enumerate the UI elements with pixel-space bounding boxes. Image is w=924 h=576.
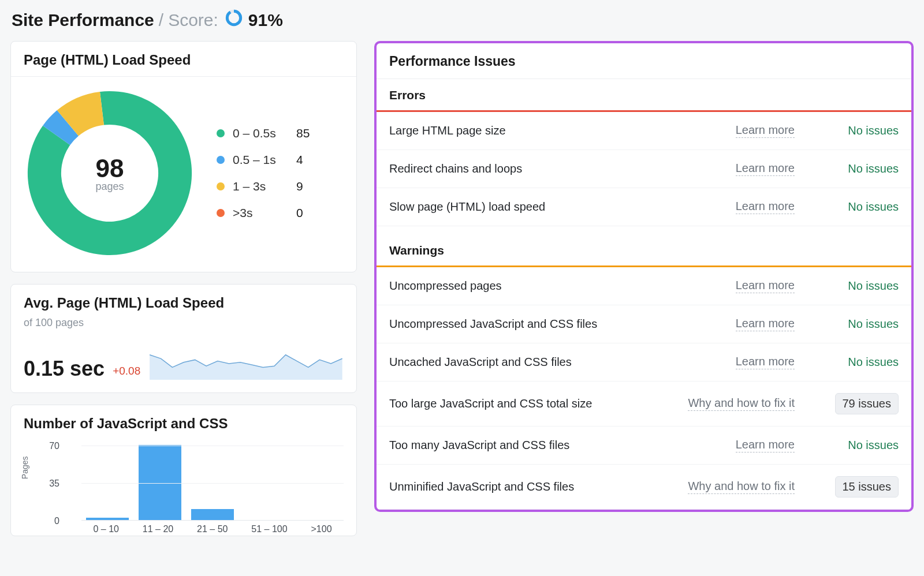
load-speed-title: Page (HTML) Load Speed [24,52,344,68]
avg-load-title: Avg. Page (HTML) Load Speed [24,295,344,311]
legend-row[interactable]: 0.5 – 1s4 [217,153,314,167]
avg-row: 0.15 sec +0.08 [24,347,344,381]
legend-value: 0 [296,206,314,220]
issue-name: Too many JavaScript and CSS files [389,439,736,452]
y-axis-label: Pages [20,456,29,479]
issue-name: Uncompressed JavaScript and CSS files [389,317,736,331]
legend-dot-icon [217,129,225,137]
y-tick: 70 [43,441,59,451]
legend-label: 0 – 0.5s [233,126,288,140]
donut-center: 98 pages [26,89,193,257]
learn-more-link[interactable]: Learn more [736,279,795,293]
load-speed-card: Page (HTML) Load Speed 98 pages 0 – 0.5s… [10,41,357,272]
issue-status-ok: No issues [818,200,899,214]
page-title: Site Performance [12,10,154,30]
svg-point-1 [227,11,240,24]
issue-count-badge[interactable]: 15 issues [835,476,899,498]
issue-row: Redirect chains and loopsLearn moreNo is… [377,150,911,188]
issue-count-badge[interactable]: 79 issues [835,393,899,414]
x-ticks: 0 – 1011 – 2021 – 5051 – 100>100 [81,521,344,536]
y-tick: 0 [43,516,59,526]
legend-row[interactable]: 1 – 3s9 [217,179,314,193]
warnings-list: Uncompressed pagesLearn moreNo issuesUnc… [377,267,911,510]
donut-wrap: 98 pages 0 – 0.5s850.5 – 1s41 – 3s9>3s0 [24,86,344,260]
js-css-card: Number of JavaScript and CSS Pages 70 35… [10,405,357,536]
learn-more-link[interactable]: Learn more [736,162,795,176]
y-tick: 35 [43,478,59,489]
x-tick: 21 – 50 [197,524,228,534]
x-tick: 0 – 10 [93,524,118,534]
learn-more-link[interactable]: Learn more [736,317,795,331]
legend-row[interactable]: >3s0 [217,206,314,220]
issue-row: Too large JavaScript and CSS total sizeW… [377,381,911,427]
learn-more-link[interactable]: Learn more [736,438,795,452]
score-value: 91% [248,10,283,30]
score-label: Score: [168,10,218,30]
learn-more-link[interactable]: Learn more [736,200,795,214]
x-tick: 11 – 20 [143,524,173,534]
x-tick: >100 [311,524,331,534]
learn-more-link[interactable]: Learn more [736,355,795,369]
avg-value: 0.15 sec [24,357,105,381]
main-layout: Page (HTML) Load Speed 98 pages 0 – 0.5s… [10,41,914,548]
legend-dot-icon [217,209,225,217]
donut-center-value: 98 [96,154,124,183]
donut-legend: 0 – 0.5s850.5 – 1s41 – 3s9>3s0 [217,126,314,220]
issue-row: Uncompressed JavaScript and CSS filesLea… [377,305,911,343]
issue-status-ok: No issues [818,162,899,175]
issue-status-ok: No issues [818,439,899,452]
avg-load-card: Avg. Page (HTML) Load Speed of 100 pages… [10,284,357,393]
issue-row: Uncached JavaScript and CSS filesLearn m… [377,343,911,381]
left-column: Page (HTML) Load Speed 98 pages 0 – 0.5s… [10,41,357,548]
donut-chart[interactable]: 98 pages [26,89,193,257]
legend-dot-icon [217,182,225,190]
legend-label: 1 – 3s [233,179,288,193]
y-ticks: 70 35 0 [43,446,59,522]
issue-status-ok: No issues [818,317,899,331]
issue-name: Uncached JavaScript and CSS files [389,356,736,369]
errors-list: Large HTML page sizeLearn moreNo issuesR… [377,112,911,226]
issue-name: Uncompressed pages [389,279,736,293]
issue-status-ok: No issues [818,356,899,369]
issue-row: Slow page (HTML) load speedLearn moreNo … [377,188,911,226]
js-css-title: Number of JavaScript and CSS [24,416,344,432]
breadcrumb-slash: / [158,10,165,30]
score-ring-icon [225,9,243,31]
legend-value: 85 [296,126,314,140]
bars-plot [81,446,344,521]
issue-row: Uncompressed pagesLearn moreNo issues [377,267,911,305]
issues-title: Performance Issues [377,43,911,79]
issues-panel: Performance Issues Errors Large HTML pag… [374,41,914,512]
issue-row: Unminified JavaScript and CSS filesWhy a… [377,465,911,510]
learn-more-link[interactable]: Why and how to fix it [688,480,795,494]
issue-status-count[interactable]: 79 issues [818,393,899,414]
issue-status-ok: No issues [818,279,899,293]
bars-chart[interactable]: Pages 70 35 0 0 – 1011 – 2021 – 5051 – 1… [24,446,344,536]
donut-center-label: pages [95,181,124,193]
bar[interactable] [86,518,129,520]
sparkline-chart[interactable] [148,347,344,381]
learn-more-link[interactable]: Learn more [736,124,795,138]
bar[interactable] [191,509,234,520]
issue-name: Large HTML page size [389,124,736,137]
issue-name: Redirect chains and loops [389,162,736,175]
issue-name: Unminified JavaScript and CSS files [389,480,688,493]
learn-more-link[interactable]: Why and how to fix it [688,397,795,411]
avg-load-subtitle: of 100 pages [24,317,344,329]
issue-row: Large HTML page sizeLearn moreNo issues [377,112,911,150]
issue-name: Slow page (HTML) load speed [389,200,736,214]
divider [11,76,356,77]
page-header: Site Performance / Score: 91% [12,9,914,31]
issue-row: Too many JavaScript and CSS filesLearn m… [377,427,911,465]
issue-name: Too large JavaScript and CSS total size [389,397,688,410]
issue-status-count[interactable]: 15 issues [818,476,899,498]
x-tick: 51 – 100 [251,524,287,534]
errors-heading: Errors [377,79,911,112]
legend-label: 0.5 – 1s [233,153,288,167]
legend-row[interactable]: 0 – 0.5s85 [217,126,314,140]
issue-status-ok: No issues [818,124,899,137]
legend-label: >3s [233,206,288,220]
legend-dot-icon [217,156,225,164]
warnings-heading: Warnings [377,234,911,267]
legend-value: 4 [296,153,314,167]
